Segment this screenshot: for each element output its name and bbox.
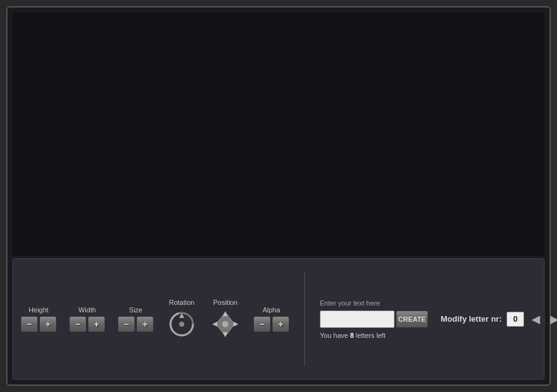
modify-next-button[interactable]: ▶ — [548, 312, 557, 326]
alpha-plus-button[interactable]: + — [272, 316, 289, 332]
svg-point-9 — [222, 321, 228, 327]
height-btn-pair: − + — [21, 316, 57, 332]
create-button[interactable]: CREATE — [396, 310, 428, 328]
alpha-minus-button[interactable]: − — [253, 316, 271, 332]
width-minus-button[interactable]: − — [69, 316, 87, 332]
svg-marker-8 — [233, 322, 238, 327]
modify-letter-number: 0 — [507, 312, 524, 327]
size-plus-button[interactable]: + — [136, 316, 154, 332]
size-minus-button[interactable]: − — [118, 316, 135, 332]
canvas-area — [12, 12, 545, 256]
position-control: Position — [210, 299, 241, 340]
position-icon[interactable] — [210, 309, 241, 340]
bottom-panel: Height − + Width − + Size − + Rotation — [12, 258, 545, 380]
text-placeholder-label: Enter your text here — [320, 299, 380, 307]
modify-letter-row: Modify letter nr: 0 ◀ ▶ — [441, 312, 557, 327]
alpha-btn-pair: − + — [253, 316, 289, 332]
width-control: Width − + — [69, 306, 105, 332]
height-control: Height − + — [21, 306, 57, 332]
width-plus-button[interactable]: + — [88, 316, 105, 332]
rotation-icon[interactable] — [166, 309, 197, 340]
rotation-svg — [167, 310, 196, 338]
letters-left-info: You have 8 letters left — [320, 332, 385, 339]
alpha-label: Alpha — [263, 306, 280, 314]
height-plus-button[interactable]: + — [39, 316, 57, 332]
width-label: Width — [78, 306, 96, 314]
size-label: Size — [129, 306, 142, 314]
svg-marker-7 — [212, 322, 217, 327]
divider-1 — [304, 273, 305, 366]
main-window: Height − + Width − + Size − + Rotation — [6, 6, 551, 386]
height-minus-button[interactable]: − — [21, 316, 38, 332]
width-btn-pair: − + — [69, 316, 105, 332]
height-label: Height — [29, 306, 49, 314]
svg-marker-6 — [223, 332, 228, 337]
svg-point-3 — [179, 322, 184, 327]
size-control: Size − + — [118, 306, 154, 332]
rotation-control: Rotation — [166, 299, 197, 340]
text-input-row: CREATE — [320, 310, 428, 328]
position-svg — [211, 310, 240, 338]
text-input-area: Enter your text here CREATE You have 8 l… — [320, 299, 428, 339]
alpha-control: Alpha − + — [253, 306, 289, 332]
modify-prev-button[interactable]: ◀ — [529, 312, 543, 326]
svg-marker-5 — [223, 311, 228, 316]
position-label: Position — [213, 299, 237, 306]
text-input[interactable] — [320, 310, 395, 328]
size-btn-pair: − + — [118, 316, 154, 332]
modify-letter-label: Modify letter nr: — [441, 314, 502, 324]
rotation-label: Rotation — [169, 299, 195, 306]
